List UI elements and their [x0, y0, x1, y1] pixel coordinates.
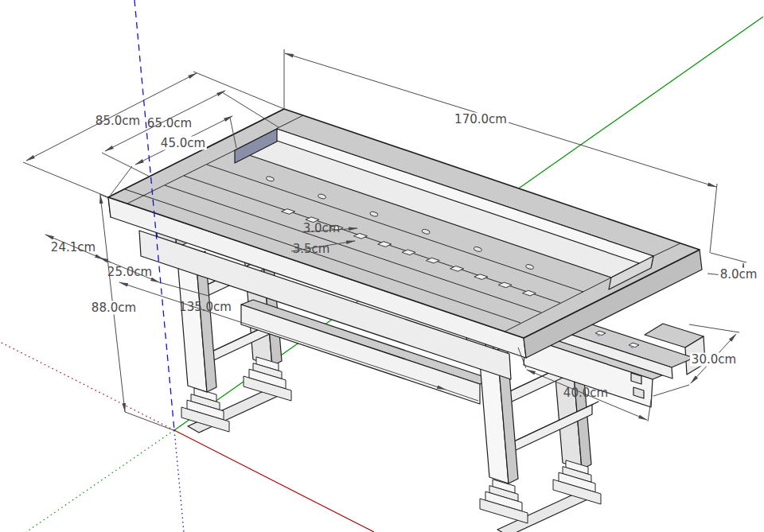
dimension-label-88cm[interactable]: 88.0cm	[90, 301, 138, 315]
dimension-label-170cm[interactable]: 170.0cm	[453, 113, 509, 126]
dimension-label-3cm[interactable]: 3.0cm	[303, 222, 341, 235]
dimension-label-30cm[interactable]: 30.0cm	[690, 353, 738, 367]
dimension-label-8cm[interactable]: 8.0cm	[719, 268, 759, 282]
red-axis-dotted[interactable]	[0, 342, 174, 430]
molded-foot[interactable]	[480, 480, 528, 523]
dimension-label-135cm[interactable]: 135.0cm	[179, 301, 232, 314]
dimension-label-40cm[interactable]: 40.0cm	[563, 386, 608, 400]
blue-axis-dotted[interactable]	[174, 430, 184, 532]
dimension-label-24-1cm[interactable]: 24.1cm	[51, 241, 96, 254]
sketchup-viewport: 85.0cm 65.0cm 45.0cm 170.0cm 24.1cm 25.0…	[0, 0, 764, 532]
workbench-model[interactable]	[108, 109, 705, 532]
dimension-label-45cm[interactable]: 45.0cm	[159, 137, 207, 150]
dimension-label-65cm[interactable]: 65.0cm	[147, 117, 192, 130]
red-axis-solid[interactable]	[174, 430, 374, 532]
dimension-label-3-5cm[interactable]: 3.5cm	[293, 243, 330, 256]
green-axis-dotted[interactable]	[26, 430, 174, 532]
dimension-label-25cm[interactable]: 25.0cm	[107, 266, 152, 279]
dimension-label-85cm[interactable]: 85.0cm	[96, 115, 140, 128]
